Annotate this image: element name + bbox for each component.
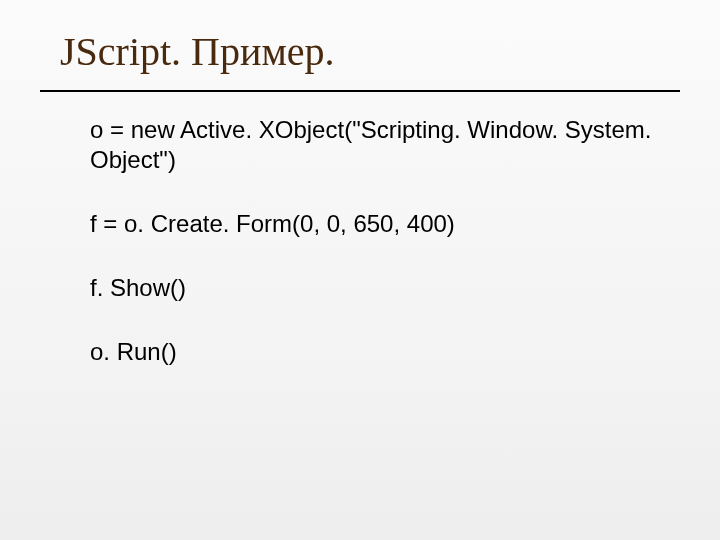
slide-body: o = new Active. XObject("Scripting. Wind… — [90, 115, 660, 367]
title-underline — [40, 90, 680, 92]
slide: JScript. Пример. o = new Active. XObject… — [0, 0, 720, 540]
code-line-2: f = o. Create. Form(0, 0, 650, 400) — [90, 209, 660, 239]
code-line-3: f. Show() — [90, 273, 660, 303]
code-line-4: o. Run() — [90, 337, 660, 367]
code-line-1: o = new Active. XObject("Scripting. Wind… — [90, 115, 660, 175]
slide-title: JScript. Пример. — [60, 28, 334, 75]
